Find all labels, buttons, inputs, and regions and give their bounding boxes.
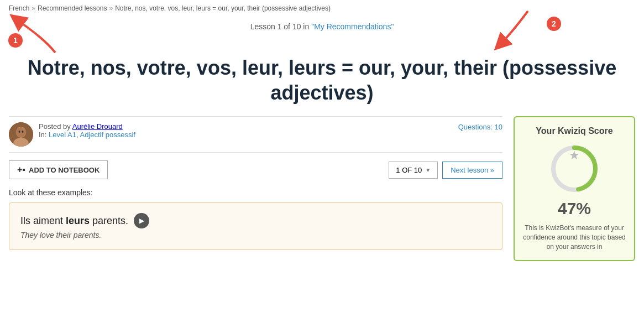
svg-point-4 — [19, 131, 20, 133]
annotation-badge-1: 1 — [8, 33, 23, 48]
questions-count: Questions: 10 — [458, 122, 502, 131]
svg-point-5 — [22, 131, 24, 133]
actions-row: +▪ ADD TO NOTEBOOK 1 OF 10 ▼ Next lesson… — [9, 160, 502, 179]
examples-intro: Look at these examples: — [9, 188, 502, 197]
example-box: Ils aiment leurs parents. ▶ They love th… — [9, 202, 502, 250]
breadcrumb-sep-1: » — [32, 4, 35, 12]
next-lesson-button[interactable]: Next lesson » — [442, 162, 502, 179]
content-area: Posted by Aurélie Drouard In: Level A1, … — [9, 116, 502, 261]
arrow-2-annotation — [478, 8, 550, 53]
score-description: This is KwizBot's measure of your confid… — [522, 223, 626, 251]
author-row: Posted by Aurélie Drouard In: Level A1, … — [9, 116, 502, 153]
score-circle: ★ — [549, 144, 599, 194]
breadcrumb-french[interactable]: French — [9, 4, 29, 12]
translation-text: They love their parents. — [20, 231, 491, 240]
french-sentence: Ils aiment leurs parents. — [20, 215, 128, 227]
subject-tag[interactable]: Adjectif possessif — [80, 131, 135, 139]
author-info: Posted by Aurélie Drouard In: Level A1, … — [39, 122, 135, 139]
notebook-icon: +▪ — [17, 165, 25, 175]
breadcrumb-current: Notre, nos, votre, vos, leur, leurs = ou… — [115, 4, 331, 12]
lesson-title: Notre, nos, votre, vos, leur, leurs = ou… — [0, 50, 644, 116]
lesson-counter-dropdown[interactable]: 1 OF 10 ▼ — [389, 162, 438, 179]
svg-point-3 — [16, 127, 26, 137]
audio-play-button[interactable]: ▶ — [134, 213, 149, 228]
my-recommendations-link[interactable]: "My Recommendations" — [311, 22, 394, 31]
breadcrumb-sep-2: » — [109, 4, 113, 12]
posted-by-label: Posted by — [39, 122, 71, 131]
speaker-icon: ▶ — [139, 217, 144, 225]
chevron-down-icon: ▼ — [425, 167, 431, 173]
avatar — [9, 122, 33, 147]
score-title: Your Kwiziq Score — [522, 126, 626, 136]
author-name-link[interactable]: Aurélie Drouard — [72, 122, 123, 131]
nav-controls: 1 OF 10 ▼ Next lesson » — [389, 162, 502, 179]
score-number: 47% — [522, 199, 626, 218]
kwiziq-score-box: Your Kwiziq Score ★ 47% This is KwizBot'… — [514, 116, 635, 261]
breadcrumb-recommended[interactable]: Recommended lessons — [38, 4, 107, 12]
star-icon: ★ — [569, 148, 580, 163]
add-to-notebook-button[interactable]: +▪ ADD TO NOTEBOOK — [9, 160, 108, 179]
level-tag[interactable]: Level A1 — [49, 131, 76, 139]
author-left: Posted by Aurélie Drouard In: Level A1, … — [9, 122, 135, 147]
sidebar: Your Kwiziq Score ★ 47% This is KwizBot'… — [514, 116, 635, 261]
annotation-badge-2: 2 — [547, 17, 561, 31]
french-example-text: Ils aiment leurs parents. ▶ — [20, 213, 491, 228]
